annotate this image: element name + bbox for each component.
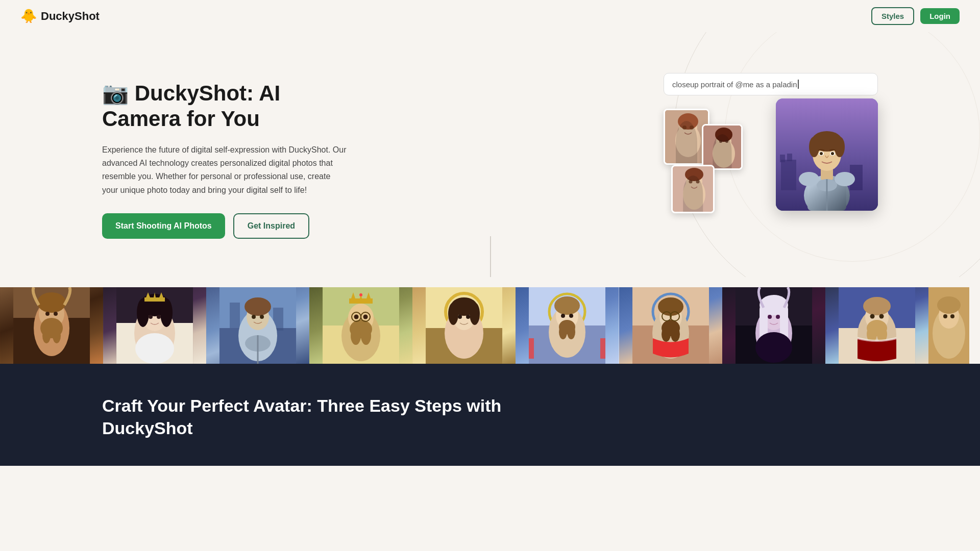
gallery-item (825, 287, 928, 364)
svg-point-118 (658, 297, 683, 316)
logo-icon: 🐥 (20, 8, 37, 24)
svg-point-3 (678, 113, 698, 130)
navbar: 🐥 DuckyShot Styles Login (0, 0, 980, 32)
svg-point-32 (820, 152, 823, 155)
hero-left: 📷 DuckyShot: AI Camera for You Experienc… (102, 81, 347, 239)
svg-point-60 (149, 315, 153, 319)
svg-point-134 (755, 332, 792, 363)
svg-point-33 (831, 152, 834, 155)
svg-point-132 (768, 315, 772, 319)
gallery-item (103, 287, 206, 364)
svg-point-121 (671, 327, 680, 342)
hero-section: 📷 DuckyShot: AI Camera for You Experienc… (0, 32, 980, 277)
gallery-item (0, 287, 103, 364)
svg-point-5 (690, 126, 694, 130)
logo[interactable]: 🐥 DuckyShot (20, 8, 100, 24)
svg-point-148 (937, 296, 961, 314)
svg-point-97 (470, 303, 480, 325)
hero-title-brand: DuckyShot (135, 81, 247, 105)
gallery-item (722, 287, 825, 364)
nav-actions: Styles Login (871, 7, 960, 25)
hero-description: Experience the future of digital self-ex… (102, 143, 347, 197)
svg-point-108 (568, 325, 576, 339)
get-inspired-button[interactable]: Get Inspired (233, 213, 309, 239)
gallery-image (412, 287, 516, 364)
gallery-image (928, 287, 969, 364)
bg-vertical-line (490, 236, 491, 277)
hero-title-icon: 📷 (102, 81, 135, 105)
start-shooting-button[interactable]: Start Shooting AI Photos (102, 213, 225, 239)
gallery-image (619, 287, 722, 364)
svg-point-120 (662, 327, 671, 342)
svg-point-10 (719, 140, 722, 143)
logo-text: DuckyShot (41, 10, 100, 23)
svg-point-110 (570, 314, 574, 318)
dark-section-title: Craft Your Perfect Avatar: Three Easy St… (102, 394, 878, 439)
svg-point-45 (53, 328, 61, 343)
svg-point-107 (559, 325, 568, 339)
svg-point-98 (458, 315, 462, 319)
svg-point-54 (160, 298, 173, 327)
svg-point-144 (879, 314, 884, 319)
svg-point-99 (466, 315, 470, 319)
login-button[interactable]: Login (920, 8, 960, 24)
demo-prompt-bar[interactable]: closeup portrait of @me as a paladin (664, 73, 878, 95)
svg-rect-64 (230, 303, 240, 328)
svg-point-70 (260, 315, 264, 319)
svg-rect-80 (349, 298, 373, 304)
styles-button[interactable]: Styles (871, 7, 914, 25)
svg-point-17 (696, 180, 700, 184)
svg-point-29 (835, 137, 845, 157)
svg-point-78 (351, 327, 361, 345)
svg-point-86 (363, 315, 368, 319)
svg-point-150 (950, 314, 954, 318)
demo-prompt-text: closeup portrait of @me as a paladin (672, 80, 797, 89)
svg-point-139 (863, 297, 891, 315)
svg-point-85 (354, 315, 359, 319)
dark-title-line1: Craft Your Perfect Avatar: Three Easy St… (102, 396, 501, 415)
svg-point-9 (715, 128, 732, 142)
svg-point-133 (776, 315, 780, 319)
svg-rect-111 (529, 338, 534, 359)
svg-point-7 (713, 139, 735, 168)
svg-rect-21 (787, 154, 792, 161)
svg-point-143 (870, 314, 874, 319)
svg-point-46 (45, 312, 50, 316)
svg-point-28 (809, 137, 819, 157)
svg-point-84 (359, 293, 362, 296)
gallery-image (206, 287, 309, 364)
svg-point-42 (37, 292, 66, 313)
input-photo-3 (671, 165, 715, 213)
svg-point-149 (943, 314, 947, 318)
dark-section: Craft Your Perfect Avatar: Three Easy St… (0, 364, 980, 466)
output-photo (776, 98, 878, 211)
input-photos-stack (664, 109, 750, 211)
svg-rect-55 (144, 297, 165, 302)
gallery-image (825, 287, 928, 364)
svg-rect-112 (601, 338, 606, 359)
gallery-strip (0, 287, 980, 364)
gallery-image (516, 287, 619, 364)
svg-point-109 (561, 314, 566, 318)
svg-point-96 (448, 303, 458, 325)
input-photo-2 (702, 124, 743, 170)
dark-title-line2: DuckyShot (102, 418, 193, 438)
svg-point-16 (689, 180, 693, 184)
svg-rect-19 (781, 160, 796, 190)
svg-point-61 (157, 315, 161, 319)
hero-title: 📷 DuckyShot: AI Camera for You (102, 81, 347, 132)
svg-point-44 (42, 328, 51, 343)
svg-point-105 (555, 296, 580, 315)
gallery-item (206, 287, 309, 364)
demo-cursor (798, 80, 799, 89)
svg-point-37 (835, 172, 855, 186)
svg-point-68 (244, 297, 271, 316)
svg-point-69 (252, 315, 256, 319)
svg-point-15 (685, 168, 703, 181)
svg-point-11 (725, 140, 728, 143)
svg-rect-20 (780, 155, 785, 162)
gallery-item (309, 287, 412, 364)
svg-point-47 (54, 312, 58, 316)
gallery-image (309, 287, 412, 364)
gallery-item (928, 287, 969, 364)
